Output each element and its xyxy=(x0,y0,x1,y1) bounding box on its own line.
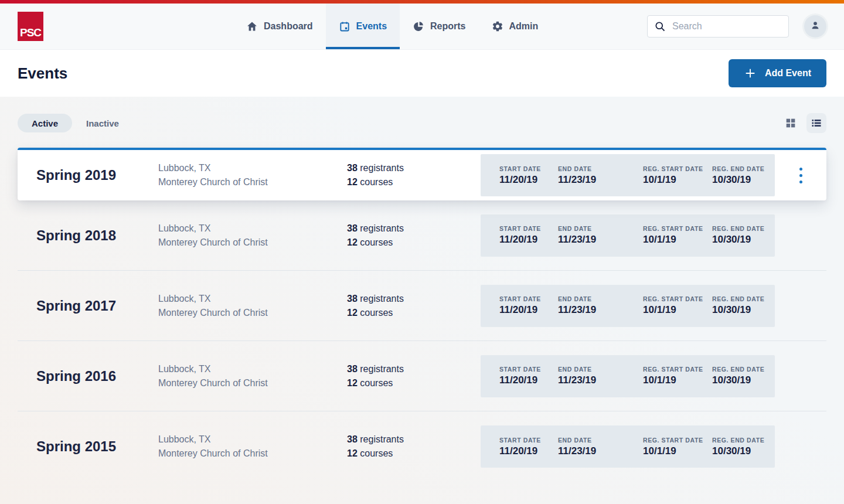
reg-end-date-cell: REG. END DATE 10/30/19 xyxy=(712,225,775,246)
registrants-line: 38 registrants xyxy=(347,161,481,175)
registrants-line: 38 registrants xyxy=(347,222,481,236)
end-date-label: END DATE xyxy=(558,295,643,302)
event-venue: Monterey Church of Christ xyxy=(158,376,347,390)
nav-item-events[interactable]: Events xyxy=(326,4,400,49)
content-area: Active Inactive Spring 2019 Lubbock, TX … xyxy=(0,97,844,504)
event-location: Lubbock, TX Monterey Church of Christ xyxy=(158,292,347,320)
event-title: Spring 2017 xyxy=(36,298,158,314)
reg-end-date-label: REG. END DATE xyxy=(712,165,775,172)
nav-item-dashboard[interactable]: Dashboard xyxy=(233,4,326,49)
search-box xyxy=(647,15,789,38)
event-city: Lubbock, TX xyxy=(158,222,347,236)
registrants-count: 38 xyxy=(347,434,358,444)
reg-start-date-cell: REG. START DATE 10/1/19 xyxy=(643,366,712,386)
filter-tab-inactive[interactable]: Inactive xyxy=(72,114,133,132)
registrants-line: 38 registrants xyxy=(347,292,481,306)
psc-logo[interactable]: PSC xyxy=(18,12,43,41)
event-stats: 38 registrants 12 courses xyxy=(347,161,481,189)
search-input[interactable] xyxy=(647,15,789,38)
courses-line: 12 courses xyxy=(347,447,481,461)
reg-start-date-label: REG. START DATE xyxy=(643,295,712,302)
start-date-value: 11/20/19 xyxy=(499,174,558,186)
filter-tab-active[interactable]: Active xyxy=(18,114,72,132)
reg-end-date-value: 10/30/19 xyxy=(712,304,775,316)
courses-count: 12 xyxy=(347,237,358,247)
nav-label: Admin xyxy=(509,21,539,32)
gear-icon xyxy=(492,21,503,32)
registrants-line: 38 registrants xyxy=(347,362,481,376)
page-title: Events xyxy=(18,64,67,83)
event-title: Spring 2016 xyxy=(36,368,158,384)
list-view-icon xyxy=(811,117,822,129)
end-date-value: 11/23/19 xyxy=(558,445,643,457)
nav-item-reports[interactable]: Reports xyxy=(400,4,478,49)
date-panel: START DATE 11/20/19 END DATE 11/23/19 RE… xyxy=(481,154,775,196)
list-view-button[interactable] xyxy=(806,113,826,133)
filter-bar: Active Inactive xyxy=(0,97,844,148)
start-date-label: START DATE xyxy=(499,366,558,373)
courses-label: courses xyxy=(360,448,393,458)
event-list: Spring 2019 Lubbock, TX Monterey Church … xyxy=(18,148,826,482)
event-stats: 38 registrants 12 courses xyxy=(347,222,481,250)
courses-line: 12 courses xyxy=(347,175,481,189)
date-panel: START DATE 11/20/19 END DATE 11/23/19 RE… xyxy=(481,425,775,468)
start-date-value: 11/20/19 xyxy=(499,304,558,316)
courses-label: courses xyxy=(360,237,393,247)
start-date-cell: START DATE 11/20/19 xyxy=(499,437,558,457)
nav-label: Reports xyxy=(430,21,465,32)
registrants-count: 38 xyxy=(347,163,358,173)
grid-view-button[interactable] xyxy=(783,115,798,131)
add-event-button[interactable]: Add Event xyxy=(729,59,826,87)
nav-label: Dashboard xyxy=(264,21,313,32)
end-date-label: END DATE xyxy=(558,366,643,373)
calendar-icon xyxy=(339,21,350,32)
end-date-label: END DATE xyxy=(558,225,643,232)
event-location: Lubbock, TX Monterey Church of Christ xyxy=(158,362,347,390)
event-row[interactable]: Spring 2019 Lubbock, TX Monterey Church … xyxy=(18,148,826,200)
reg-end-date-label: REG. END DATE xyxy=(712,366,775,373)
event-city: Lubbock, TX xyxy=(158,433,347,447)
reg-start-date-cell: REG. START DATE 10/1/19 xyxy=(643,225,712,246)
start-date-value: 11/20/19 xyxy=(499,234,558,246)
event-row[interactable]: Spring 2017 Lubbock, TX Monterey Church … xyxy=(18,271,826,341)
person-icon xyxy=(809,19,821,33)
courses-label: courses xyxy=(360,378,393,388)
row-menu-button[interactable] xyxy=(794,162,808,189)
event-row[interactable]: Spring 2015 Lubbock, TX Monterey Church … xyxy=(18,411,826,482)
end-date-value: 11/23/19 xyxy=(558,234,643,246)
reg-end-date-label: REG. END DATE xyxy=(712,295,775,302)
user-avatar-button[interactable] xyxy=(804,15,826,38)
event-location: Lubbock, TX Monterey Church of Christ xyxy=(158,433,347,461)
reg-end-date-value: 10/30/19 xyxy=(712,374,775,386)
end-date-label: END DATE xyxy=(558,165,643,172)
registrants-label: registrants xyxy=(360,294,404,304)
reg-end-date-label: REG. END DATE xyxy=(712,437,775,444)
reg-start-date-value: 10/1/19 xyxy=(643,174,712,186)
event-row[interactable]: Spring 2016 Lubbock, TX Monterey Church … xyxy=(18,341,826,411)
event-location: Lubbock, TX Monterey Church of Christ xyxy=(158,222,347,250)
reg-start-date-cell: REG. START DATE 10/1/19 xyxy=(643,437,712,457)
event-city: Lubbock, TX xyxy=(158,362,347,376)
event-city: Lubbock, TX xyxy=(158,161,347,175)
home-icon xyxy=(246,21,258,32)
event-row[interactable]: Spring 2018 Lubbock, TX Monterey Church … xyxy=(18,200,826,271)
start-date-value: 11/20/19 xyxy=(499,445,558,457)
date-panel: START DATE 11/20/19 END DATE 11/23/19 RE… xyxy=(481,214,775,257)
reg-start-date-value: 10/1/19 xyxy=(643,374,712,386)
view-toggles xyxy=(783,113,826,133)
event-stats: 38 registrants 12 courses xyxy=(347,433,481,461)
reg-start-date-label: REG. START DATE xyxy=(643,437,712,444)
event-venue: Monterey Church of Christ xyxy=(158,175,347,189)
reg-end-date-cell: REG. END DATE 10/30/19 xyxy=(712,437,775,457)
reg-end-date-cell: REG. END DATE 10/30/19 xyxy=(712,366,775,386)
date-panel: START DATE 11/20/19 END DATE 11/23/19 RE… xyxy=(481,285,775,327)
registrants-count: 38 xyxy=(347,294,358,304)
reg-start-date-value: 10/1/19 xyxy=(643,234,712,246)
nav-item-admin[interactable]: Admin xyxy=(479,4,552,49)
courses-line: 12 courses xyxy=(347,306,481,320)
main-nav: Dashboard Events Reports Admin xyxy=(233,4,551,49)
end-date-cell: END DATE 11/23/19 xyxy=(558,295,643,316)
start-date-cell: START DATE 11/20/19 xyxy=(499,295,558,316)
start-date-label: START DATE xyxy=(499,437,558,444)
top-navbar: PSC Dashboard Events Reports Admin xyxy=(0,4,844,50)
